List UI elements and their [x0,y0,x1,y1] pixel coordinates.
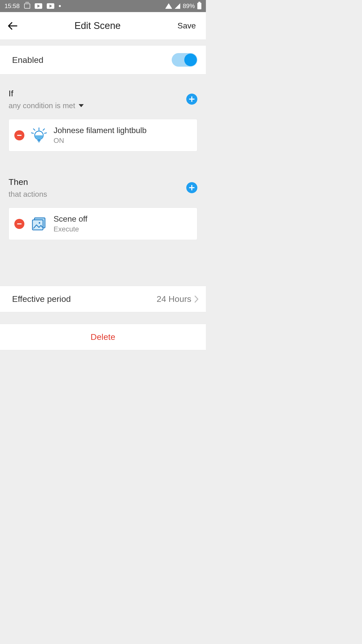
chevron-right-icon [194,295,199,303]
condition-card[interactable]: Johnese filament lightbulb ON [9,119,197,151]
enabled-row: Enabled [0,45,206,74]
back-arrow-icon [8,22,17,30]
add-condition-button[interactable] [186,94,197,105]
effective-period-value: 24 Hours [157,294,191,304]
effective-period-row[interactable]: Effective period 24 Hours [0,286,206,312]
add-action-button[interactable] [186,182,197,193]
signal-icon: x [175,3,180,9]
page-title: Edit Scene [18,20,177,31]
status-bar: 15:58 x 89% [0,0,206,12]
remove-condition-button[interactable] [14,130,24,140]
effective-period-label: Effective period [12,294,71,304]
then-section: Then that actions [0,163,206,240]
car-icon [24,4,30,9]
then-subtitle: that actions [9,190,47,198]
svg-point-10 [39,222,40,224]
if-subtitle-text: any condition is met [9,101,75,110]
status-time: 15:58 [5,3,20,10]
save-button[interactable]: Save [177,21,198,30]
if-title: If [9,89,84,98]
svg-rect-9 [32,220,43,230]
svg-line-4 [43,129,44,130]
youtube-icon [35,3,42,9]
enabled-toggle[interactable] [172,53,197,67]
condition-title: Johnese filament lightbulb [54,126,147,135]
plus-icon [189,96,195,102]
svg-line-2 [44,133,47,133]
action-title: Scene off [54,214,87,224]
battery-percent: 89% [183,3,195,10]
svg-line-1 [31,133,33,133]
if-condition-mode[interactable]: any condition is met [9,101,84,110]
plus-icon [189,185,195,191]
scene-icon [31,216,47,232]
battery-icon [197,3,201,9]
toggle-knob-icon [184,54,197,66]
action-state: Execute [54,225,87,233]
youtube-icon [47,3,54,9]
more-notifications-icon [59,5,61,7]
action-card[interactable]: Scene off Execute [9,208,197,240]
enabled-label: Enabled [12,55,43,65]
condition-state: ON [54,137,147,145]
svg-rect-7 [38,141,40,142]
svg-rect-6 [37,140,40,141]
remove-action-button[interactable] [14,219,24,229]
app-header: Edit Scene Save [0,12,206,40]
then-title: Then [9,177,47,187]
delete-button[interactable]: Delete [0,324,206,350]
if-section: If any condition is met [0,74,206,151]
back-button[interactable] [8,21,18,31]
lightbulb-icon [31,127,47,143]
wifi-icon [165,3,172,9]
chevron-down-icon [79,104,84,107]
svg-line-3 [33,129,35,130]
